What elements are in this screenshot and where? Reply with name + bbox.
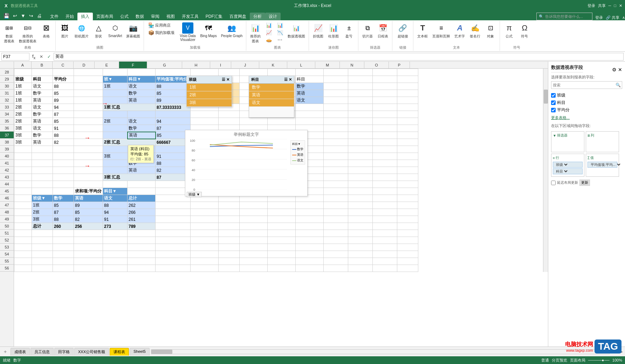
cell-N29[interactable] (348, 76, 373, 83)
col-O[interactable]: O (364, 62, 389, 68)
cell-M36[interactable] (324, 125, 348, 132)
cell-M42[interactable] (324, 167, 348, 174)
row-40[interactable]: 40 (0, 153, 14, 160)
slicer-ban-clear-icon[interactable]: ✕ (226, 77, 229, 82)
cell-I49[interactable] (219, 216, 240, 223)
cell-A38[interactable]: 3班 (14, 139, 32, 146)
cell-E44[interactable] (103, 181, 128, 188)
cell-C30[interactable]: 88 (53, 83, 74, 90)
cell-G47[interactable] (156, 202, 191, 209)
cell-P38[interactable] (397, 139, 418, 146)
field-search-input[interactable] (551, 82, 614, 89)
cell-G32[interactable]: 89 (156, 97, 191, 104)
cell-N47[interactable] (348, 202, 373, 209)
cell-E50[interactable]: 273 (103, 223, 128, 230)
cell-M48[interactable] (324, 209, 348, 216)
cell-K47[interactable] (268, 202, 296, 209)
cell-E39[interactable] (103, 146, 128, 153)
cell-A55[interactable] (14, 258, 32, 265)
save-btn[interactable]: 💾 (3, 12, 10, 19)
cell-M39[interactable] (324, 146, 348, 153)
cell-E28[interactable] (103, 69, 128, 76)
cell-P49[interactable] (397, 216, 418, 223)
cell-N44[interactable] (348, 181, 373, 188)
row-53[interactable]: 53 (0, 244, 14, 251)
cell-C34[interactable]: 87 (53, 111, 74, 118)
tab-file[interactable]: 文件 (47, 13, 62, 20)
cell-D50[interactable]: 256 (74, 223, 103, 230)
col-E[interactable]: E (95, 62, 119, 68)
cell-D44[interactable] (74, 181, 103, 188)
cell-N38[interactable] (348, 139, 373, 146)
shape-btn[interactable]: △ 形状 (91, 22, 105, 40)
cell-F48[interactable]: 266 (128, 209, 156, 216)
cell-B35[interactable]: 英语 (32, 118, 53, 125)
cell-A35[interactable]: 2班 (14, 118, 32, 125)
cell-D36[interactable] (74, 125, 103, 132)
row-54[interactable]: 54 (0, 251, 14, 258)
cell-L50[interactable] (296, 223, 324, 230)
cell-B31[interactable]: 数学 (32, 90, 53, 97)
cell-P41[interactable] (397, 160, 418, 167)
close-btn[interactable]: ✕ (619, 4, 622, 8)
slicer-ke-item-chinese[interactable]: 语文 (249, 99, 294, 107)
cell-A40[interactable] (14, 153, 32, 160)
login-link[interactable]: 登录 (595, 15, 603, 20)
pie-chart-btn[interactable]: 🥧 (264, 36, 274, 43)
cell-O49[interactable] (373, 216, 397, 223)
cell-C28[interactable] (53, 69, 74, 76)
cell-B42[interactable] (32, 167, 53, 174)
cell-P28[interactable] (397, 69, 418, 76)
cell-P34[interactable] (397, 111, 418, 118)
cell-B36[interactable]: 语文 (32, 125, 53, 132)
cell-A36[interactable]: 3班 (14, 125, 32, 132)
row-36[interactable]: 36 (0, 125, 14, 132)
cell-M30[interactable] (324, 83, 348, 90)
signature-btn[interactable]: ✍ 签名行 (468, 22, 482, 40)
chart-slicer-btn[interactable]: 班级 ▼ (187, 192, 202, 197)
cell-B34[interactable]: 数学 (32, 111, 53, 118)
hyperlink-btn[interactable]: 🔗 超链接 (396, 22, 410, 40)
defer-update-checkbox[interactable] (551, 181, 556, 185)
cell-F45[interactable] (128, 188, 156, 195)
cell-E40[interactable]: 3班 (103, 153, 128, 160)
cell-F50[interactable]: 789 (128, 223, 156, 230)
minimize-btn[interactable]: ─ (609, 4, 611, 8)
cell-B49[interactable]: 3班 (32, 216, 53, 223)
cell-P40[interactable] (397, 153, 418, 160)
cell-N40[interactable] (348, 153, 373, 160)
row-41[interactable]: 41 (0, 160, 14, 167)
update-btn[interactable]: 更新 (579, 180, 590, 186)
cell-G34[interactable] (156, 111, 191, 118)
cell-M35[interactable] (324, 118, 348, 125)
tab-tianzige[interactable]: 田字格 (54, 348, 74, 356)
collapse-ribbon-btn[interactable]: ∧ (622, 15, 625, 20)
cell-F49[interactable]: 261 (128, 216, 156, 223)
share-btn[interactable]: 共享 (598, 3, 606, 8)
row-52[interactable]: 52 (0, 237, 14, 244)
cell-B44[interactable] (32, 181, 53, 188)
col-M[interactable]: M (315, 62, 340, 68)
cell-B30[interactable]: 语文 (32, 83, 53, 90)
row-38[interactable]: 38 (0, 139, 14, 146)
cell-M49[interactable] (324, 216, 348, 223)
cell-M31[interactable] (324, 90, 348, 97)
cell-B43[interactable] (32, 174, 53, 181)
col-F[interactable]: F (119, 62, 147, 68)
cell-E31[interactable] (103, 90, 128, 97)
cell-D32[interactable] (74, 97, 103, 104)
row-30[interactable]: 30 (0, 83, 14, 90)
tab-view[interactable]: 视图 (163, 13, 178, 20)
cell-D34[interactable] (74, 111, 103, 118)
cell-P33[interactable] (397, 104, 418, 111)
cell-N45[interactable] (348, 188, 373, 195)
cell-P32[interactable] (397, 97, 418, 104)
cell-N42[interactable] (348, 167, 373, 174)
cell-P35[interactable] (397, 118, 418, 125)
status-zoom-slider[interactable]: ─────●── (588, 358, 610, 362)
tab-sheet5[interactable]: Sheet5 (130, 348, 150, 356)
slicer-ban-item-3[interactable]: 3班 (187, 99, 232, 107)
cell-M50[interactable] (324, 223, 348, 230)
cell-M32[interactable] (324, 97, 348, 104)
cell-E46[interactable]: 语文 (103, 195, 128, 202)
